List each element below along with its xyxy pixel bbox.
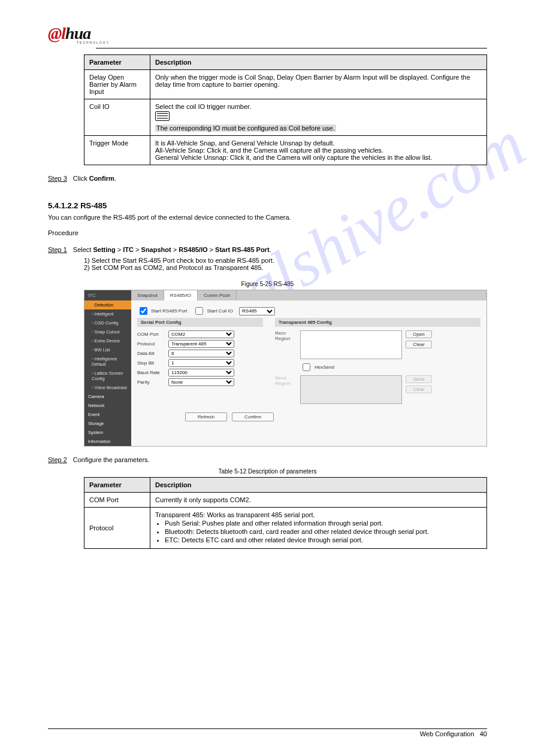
logo-at: @ xyxy=(48,24,61,42)
parity-select[interactable]: None xyxy=(168,378,234,386)
sidebar-item-detection[interactable]: Detection xyxy=(84,300,131,309)
th-desc: Description xyxy=(150,55,487,70)
sidebar-item-storage[interactable]: Storage xyxy=(84,419,131,428)
sidebar-item-bwlist[interactable]: BW List xyxy=(84,345,131,354)
desc-coil-io: Select the coil IO trigger number. The c… xyxy=(150,99,487,136)
start-rs485-checkbox[interactable]: Start RS485 Port xyxy=(137,305,187,317)
table-row: Coil IO Select the coil IO trigger numbe… xyxy=(84,99,487,136)
footer-text: Web Configuration xyxy=(420,730,474,737)
stopbit-select[interactable]: 1 xyxy=(168,359,234,367)
param-coil-io: Coil IO xyxy=(84,99,150,136)
open-button[interactable]: Open xyxy=(406,330,432,338)
step3-label: Step 3 xyxy=(48,175,67,182)
sidebar-item-camera[interactable]: Camera xyxy=(84,392,131,401)
send-region-box[interactable] xyxy=(300,375,402,404)
trigger-line1: It is All-Vehicle Snap, and General Vehi… xyxy=(155,139,335,147)
start-coil-input[interactable] xyxy=(195,307,203,315)
t2-comport-desc: Currently it only supports COM2. xyxy=(150,493,487,508)
th2-param: Parameter xyxy=(84,478,150,493)
sidebar-item-event[interactable]: Event xyxy=(84,410,131,419)
step2-label: Step 2 xyxy=(48,456,67,463)
trigger-line2: All-Vehicle Snap: Click it, and the Came… xyxy=(155,147,383,154)
header-rule xyxy=(96,48,487,48)
refresh-button[interactable]: Refresh xyxy=(185,412,227,421)
start-coil-checkbox[interactable]: Start Coil IO xyxy=(193,305,233,317)
sidebar-item-voice[interactable]: Voice Broadcast xyxy=(84,383,131,392)
sidebar-item-intelligent[interactable]: Intelligent xyxy=(84,309,131,318)
section-rs485-heading: 5.4.1.2.2 RS-485 xyxy=(48,201,487,210)
trigger-line3: General Vehicle Unsnap: Click it, and th… xyxy=(155,154,432,161)
step1-label: Step 1 xyxy=(48,246,67,253)
start-rs485-label: Start RS485 Port xyxy=(151,308,187,314)
sidebar-title: ITC xyxy=(84,290,131,300)
sidebar-item-snap-cutout[interactable]: Snap Cutout xyxy=(84,327,131,336)
sidebar-item-osd[interactable]: OSD Config xyxy=(84,318,131,327)
baud-select[interactable]: 115200 xyxy=(168,369,234,377)
desc-delay-open: Only when the trigger mode is Coil Snap,… xyxy=(150,70,487,99)
t2-comport-param: COM Port xyxy=(84,493,150,508)
tab-rs485[interactable]: RS485/IO xyxy=(164,290,198,300)
baud-label: Baud Rate xyxy=(137,370,165,375)
main-pane: Snapshot RS485/IO Comm-Push Start RS485 … xyxy=(131,290,486,446)
section-rs485-intro: You can configure the RS-485 port of the… xyxy=(48,214,487,221)
tab-comm-push[interactable]: Comm-Push xyxy=(198,290,237,300)
rs485-screenshot: ITC Detection Intelligent OSD Config Sna… xyxy=(84,290,487,447)
table2-caption: Table 5-12 Description of parameters xyxy=(48,468,487,475)
trans-pane-header: Transparent 485 Config xyxy=(275,318,480,327)
recv-region-box[interactable] xyxy=(300,330,402,359)
t2-protocol-b3: ETC: Detects ETC card and other related … xyxy=(165,536,482,544)
com-port-select[interactable]: COM2 xyxy=(168,330,234,338)
desc-coil-io-pre: Select the coil IO trigger number. xyxy=(155,103,251,110)
sidebar-item-information[interactable]: Information xyxy=(84,437,131,446)
clear-recv-button[interactable]: Clear xyxy=(406,341,432,348)
table-row: Protocol Transparent 485: Works as trans… xyxy=(84,508,487,549)
start-coil-label: Start Coil IO xyxy=(207,308,233,314)
confirm-button[interactable]: Confirm xyxy=(232,412,274,421)
brand-logo: @lhua TECHNOLOGY xyxy=(48,24,487,44)
t2-protocol-desc: Transparent 485: Works as transparent 48… xyxy=(150,508,487,549)
sidebar-item-extra-device[interactable]: Extra Device xyxy=(84,336,131,345)
io-type-select[interactable]: RS485 xyxy=(239,307,275,315)
logo-subtext: TECHNOLOGY xyxy=(77,41,487,44)
send-region-label: Send Region xyxy=(275,375,297,386)
t2-protocol-param: Protocol xyxy=(84,508,150,549)
figure-caption: Figure 5-25 RS-485 xyxy=(48,281,487,287)
step2-text: Configure the parameters. xyxy=(73,456,150,463)
step1-sub2: 2) Set COM Port as COM2, and Protocol as… xyxy=(84,264,487,271)
hexsend-checkbox[interactable] xyxy=(303,363,310,371)
page-footer: Web Configuration 40 xyxy=(48,728,487,737)
table-row: COM Port Currently it only supports COM2… xyxy=(84,493,487,508)
protocol-label: Protocol xyxy=(137,341,165,347)
tab-snapshot[interactable]: Snapshot xyxy=(131,290,164,300)
th-param: Parameter xyxy=(84,55,150,70)
step1-sub1: 1) Select the Start RS-485 Port check bo… xyxy=(84,257,487,264)
table-row: Trigger Mode It is All-Vehicle Snap, and… xyxy=(84,136,487,165)
transparent-485-config: Transparent 485 Config Recv Region Open … xyxy=(275,318,480,406)
t2-protocol-b2: Bluetooth: Detects bluetooth card, card … xyxy=(165,528,482,535)
databit-label: Data Bit xyxy=(137,351,165,356)
sidebar: ITC Detection Intelligent OSD Config Sna… xyxy=(84,290,131,446)
hexsend-label: HexSend xyxy=(315,365,334,370)
param-trigger-mode: Trigger Mode xyxy=(84,136,150,165)
sidebar-item-intel-default[interactable]: Intelligence Default xyxy=(84,354,131,369)
databit-select[interactable]: 8 xyxy=(168,350,234,357)
params-table: Parameter Description Delay Open Barrier… xyxy=(84,54,487,165)
stopbit-label: Stop Bit xyxy=(137,360,165,366)
desc-coil-io-note: The corresponding IO must be configured … xyxy=(155,125,336,132)
logo-hua: hua xyxy=(65,24,90,42)
sidebar-item-network[interactable]: Network xyxy=(84,401,131,410)
protocol-select[interactable]: Transparent 485 xyxy=(168,340,234,348)
section-rs485-title: RS-485 xyxy=(80,201,107,210)
desc-trigger-mode: It is All-Vehicle Snap, and General Vehi… xyxy=(150,136,487,165)
param-delay-open: Delay Open Barrier by Alarm Input xyxy=(84,70,150,99)
table-row: Delay Open Barrier by Alarm Input Only w… xyxy=(84,70,487,99)
clear-send-button: Clear xyxy=(406,385,432,393)
procedure-label: Procedure xyxy=(48,229,487,236)
start-rs485-input[interactable] xyxy=(140,307,147,315)
recv-region-label: Recv Region xyxy=(275,330,297,341)
section-rs485-num: 5.4.1.2.2 xyxy=(48,201,78,210)
sidebar-item-lattice[interactable]: Lattice Screen Config xyxy=(84,369,131,383)
note-icon xyxy=(155,111,170,121)
serial-pane-header: Serial Port Config xyxy=(137,318,263,327)
sidebar-item-system[interactable]: System xyxy=(84,428,131,437)
